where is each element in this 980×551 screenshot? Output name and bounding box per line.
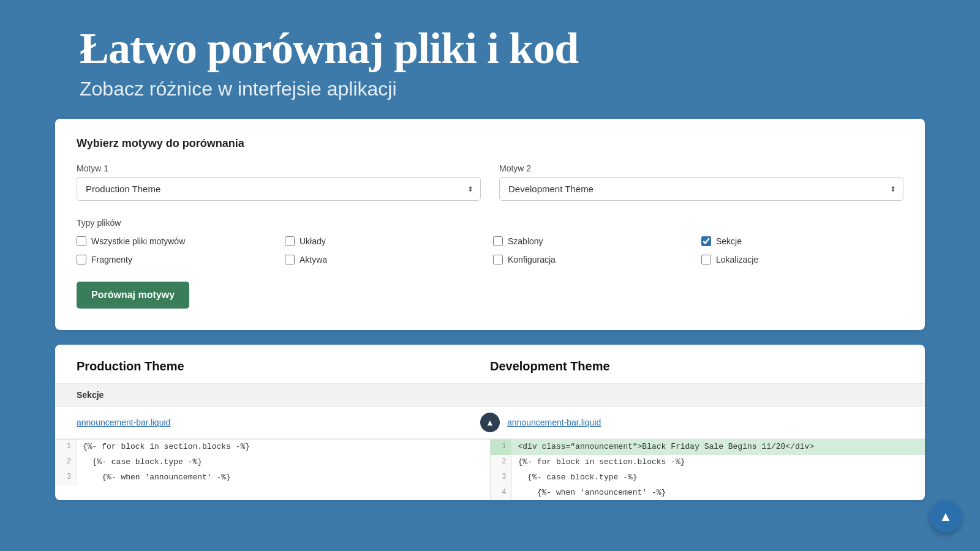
- checkbox-config[interactable]: Konfiguracja: [493, 255, 695, 264]
- line-num: 3: [55, 470, 77, 485]
- theme1-select-wrapper: Production Theme Development Theme Stagi…: [77, 177, 481, 201]
- form-card: Wybierz motywy do porównania Motyw 1 Pro…: [55, 119, 925, 330]
- code-line-right-1: 1 <div class="announcement">Black Friday…: [491, 440, 925, 455]
- checkbox-sections-label: Sekcje: [716, 236, 742, 246]
- line-num: 2: [55, 455, 77, 470]
- line-content: {%- for block in section.blocks -%}: [77, 440, 256, 455]
- code-panel-right: 1 <div class="announcement">Black Friday…: [491, 440, 925, 500]
- checkbox-locales[interactable]: Lokalizacje: [701, 255, 903, 264]
- line-content: {%- for block in section.blocks -%}: [512, 455, 692, 470]
- file-types-label: Typy plików: [77, 218, 903, 228]
- checkbox-snippets[interactable]: Fragmenty: [77, 255, 279, 264]
- line-content: {%- case block.type -%}: [512, 470, 644, 485]
- checkbox-snippets-input[interactable]: [77, 255, 86, 264]
- file-row: announcement-bar.liquid ▲ announcement-b…: [55, 407, 925, 439]
- hero-section: Łatwo porównaj pliki i kod Zobacz różnic…: [0, 0, 980, 119]
- line-content: {%- when 'announcement' -%}: [77, 470, 237, 485]
- results-header: Production Theme Development Theme: [55, 345, 925, 384]
- checkbox-assets-input[interactable]: [285, 255, 295, 264]
- line-content: <div class="announcement">Black Friday S…: [512, 440, 925, 455]
- line-content: {%- case block.type -%}: [77, 455, 208, 470]
- checkbox-layouts-input[interactable]: [285, 236, 295, 246]
- results-section: Production Theme Development Theme Sekcj…: [0, 345, 980, 500]
- line-num: 4: [491, 485, 512, 501]
- code-line-right-4: 4 {%- when 'announcement' -%}: [491, 485, 925, 501]
- theme2-label: Motyw 2: [499, 163, 903, 173]
- checkbox-all-label: Wszystkie pliki motywów: [91, 236, 185, 246]
- checkbox-layouts-label: Układy: [300, 236, 326, 246]
- fab-scroll-button[interactable]: ▲: [930, 501, 962, 533]
- file-link-left[interactable]: announcement-bar.liquid: [77, 418, 473, 427]
- line-num: 2: [491, 455, 512, 470]
- theme2-select[interactable]: Production Theme Development Theme Stagi…: [499, 177, 903, 201]
- fab-icon: ▲: [939, 509, 952, 525]
- code-line-left-1: 1 {%- for block in section.blocks -%}: [55, 440, 490, 455]
- theme2-select-wrapper: Production Theme Development Theme Stagi…: [499, 177, 903, 201]
- results-right-title: Development Theme: [490, 359, 903, 373]
- checkbox-config-input[interactable]: [493, 255, 503, 264]
- code-panel-left: 1 {%- for block in section.blocks -%} 2 …: [55, 440, 491, 500]
- theme1-select[interactable]: Production Theme Development Theme Stagi…: [77, 177, 481, 201]
- code-diff-area: 1 {%- for block in section.blocks -%} 2 …: [55, 439, 925, 500]
- code-line-right-2: 2 {%- for block in section.blocks -%}: [491, 455, 925, 470]
- theme-selectors: Motyw 1 Production Theme Development The…: [77, 163, 903, 201]
- checkbox-sections[interactable]: Sekcje: [701, 236, 903, 246]
- checkbox-templates[interactable]: Szablony: [493, 236, 695, 246]
- line-num: 1: [55, 440, 77, 455]
- hero-subtitle: Zobacz różnice w interfejsie aplikacji: [80, 78, 900, 100]
- checkbox-assets-label: Aktywa: [300, 255, 327, 264]
- checkbox-assets[interactable]: Aktywa: [285, 255, 487, 264]
- section-badge: Sekcje: [55, 384, 925, 407]
- form-title: Wybierz motywy do porównania: [77, 137, 903, 150]
- checkbox-templates-input[interactable]: [493, 236, 503, 246]
- results-card: Production Theme Development Theme Sekcj…: [55, 345, 925, 500]
- code-line-right-3: 3 {%- case block.type -%}: [491, 470, 925, 485]
- checkbox-snippets-label: Fragmenty: [91, 255, 132, 264]
- theme1-group: Motyw 1 Production Theme Development The…: [77, 163, 481, 201]
- compare-button[interactable]: Porównaj motywy: [77, 282, 189, 309]
- file-link-right[interactable]: announcement-bar.liquid: [507, 418, 903, 427]
- code-line-left-3: 3 {%- when 'announcement' -%}: [55, 470, 490, 485]
- checkbox-templates-label: Szablony: [508, 236, 543, 246]
- theme1-label: Motyw 1: [77, 163, 481, 173]
- line-num: 1: [491, 440, 512, 455]
- checkbox-layouts[interactable]: Układy: [285, 236, 487, 246]
- checkboxes-grid: Wszystkie pliki motywów Układy Szablony …: [77, 236, 903, 264]
- hero-title: Łatwo porównaj pliki i kod: [80, 24, 900, 73]
- checkbox-sections-input[interactable]: [701, 236, 711, 246]
- checkbox-locales-label: Lokalizacje: [716, 255, 758, 264]
- checkbox-all[interactable]: Wszystkie pliki motywów: [77, 236, 279, 246]
- checkbox-locales-input[interactable]: [701, 255, 711, 264]
- checkbox-config-label: Konfiguracja: [508, 255, 556, 264]
- code-line-left-2: 2 {%- case block.type -%}: [55, 455, 490, 470]
- checkbox-all-input[interactable]: [77, 236, 86, 246]
- line-num: 3: [491, 470, 512, 485]
- collapse-icon[interactable]: ▲: [480, 413, 500, 432]
- line-content: {%- when 'announcement' -%}: [512, 485, 673, 501]
- results-left-title: Production Theme: [77, 359, 490, 373]
- theme2-group: Motyw 2 Production Theme Development The…: [499, 163, 903, 201]
